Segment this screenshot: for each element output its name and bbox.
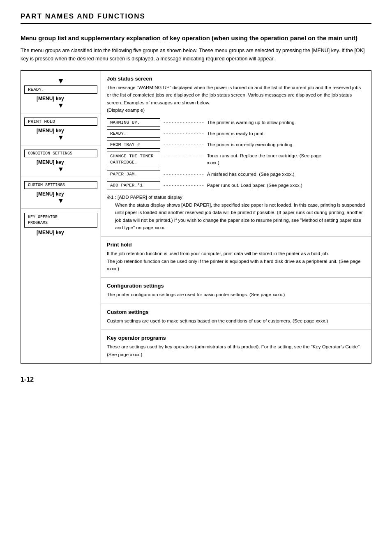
status-example-warming: WARMING UP. - - - - - - - - - - - - - - … [107, 118, 365, 127]
status-example-paper: ADD PAPER.*1 - - - - - - - - - - - - - -… [107, 181, 365, 189]
page-header: PART NAMES AND FUNCTIONS [21, 12, 371, 24]
status-box-paper: ADD PAPER.*1 [107, 181, 160, 189]
arrow-icon: ▼ [57, 77, 65, 85]
display-key-operator: KEY OPERATORPROGRAMS [24, 213, 97, 228]
print-hold-title: Print hold [107, 242, 365, 248]
right-row-job-status: Job status screen The message "WARMING U… [101, 71, 371, 237]
left-row-condition: CONDITION SETTINGS [MENU] key ▼ [21, 145, 101, 177]
dash-ready: - - - - - - - - - - - - - - - [164, 129, 204, 136]
status-desc-ready: The printer is ready to print. [207, 129, 265, 137]
left-row-print-hold: PRINT HOLD [MENU] key ▼ [21, 113, 101, 145]
page-number: 1-12 [21, 376, 371, 383]
dash-toner: - - - - - - - - - - - - - - - [164, 152, 204, 158]
arrow-down-1: ▼ [24, 102, 97, 109]
menu-key-5: [MENU] key [37, 230, 97, 235]
right-row-custom: Custom settings Custom settings are used… [101, 304, 371, 330]
status-example-tray: FROM TRAY # - - - - - - - - - - - - - - … [107, 140, 365, 149]
status-box-warming: WARMING UP. [107, 118, 160, 127]
left-panel: ▼ READY. [MENU] key ▼ PRINT HOLD [MENU] … [21, 70, 101, 364]
key-operator-text: These are settings used by key operators… [107, 343, 365, 358]
custom-text: Custom settings are used to make setting… [107, 317, 365, 325]
right-row-key-operator: Key operator programs These are settings… [101, 330, 371, 363]
print-hold-text: If the job retention function is used fr… [107, 250, 365, 272]
status-desc-warming: The printer is warming up to allow print… [207, 118, 296, 126]
display-ready: READY. [24, 85, 97, 94]
menu-key-4: [MENU] key [37, 191, 97, 197]
custom-title: Custom settings [107, 309, 365, 315]
dash-tray: - - - - - - - - - - - - - - - [164, 140, 204, 147]
left-row-ready: ▼ READY. [MENU] key ▼ [21, 71, 101, 113]
menu-key-1: [MENU] key [37, 96, 97, 101]
dash-paper: - - - - - - - - - - - - - - - [164, 181, 204, 187]
job-status-title: Job status screen [107, 76, 365, 82]
display-custom: CUSTOM SETTINGS [24, 181, 97, 189]
status-desc-jam: A misfeed has occurred. (See page xxxx.) [207, 170, 295, 178]
right-row-print-hold: Print hold If the job retention function… [101, 237, 371, 278]
config-title: Configuration settings [107, 283, 365, 289]
status-example-ready: READY. - - - - - - - - - - - - - - - The… [107, 129, 365, 138]
left-row-custom: CUSTOM SETTINGS [MENU] key ▼ [21, 177, 101, 209]
page-title: PART NAMES AND FUNCTIONS [21, 12, 371, 21]
status-box-tray: FROM TRAY # [107, 140, 160, 149]
display-condition: CONDITION SETTINGS [24, 150, 97, 157]
right-row-config: Configuration settings The printer confi… [101, 278, 371, 304]
note-add-paper: ※1 : [ADD PAPER] of status display When … [107, 193, 365, 231]
status-desc-tray: The printer is currently executing print… [207, 140, 294, 148]
status-example-jam: PAPER JAM. - - - - - - - - - - - - - - -… [107, 170, 365, 178]
status-desc-paper: Paper runs out. Load paper. (See page xx… [207, 181, 302, 189]
intro-text: The menu groups are classified into the … [21, 46, 371, 63]
status-example-toner: CHANGE THE TONERCARTRIDGE. - - - - - - -… [107, 152, 365, 168]
menu-key-2: [MENU] key [37, 128, 97, 134]
key-operator-title: Key operator programs [107, 335, 365, 341]
dash-jam: - - - - - - - - - - - - - - - [164, 170, 204, 176]
status-examples: WARMING UP. - - - - - - - - - - - - - - … [107, 118, 365, 190]
status-desc-toner: Toner runs out. Replace the toner cartri… [207, 152, 322, 167]
section-title: Menu group list and supplementary explan… [21, 34, 371, 42]
main-diagram: ▼ READY. [MENU] key ▼ PRINT HOLD [MENU] … [21, 70, 371, 364]
arrow-down-4: ▼ [24, 198, 97, 204]
right-panel: Job status screen The message "WARMING U… [101, 70, 371, 364]
menu-key-3: [MENU] key [37, 159, 97, 165]
arrow-down-2: ▼ [24, 134, 97, 141]
display-print-hold: PRINT HOLD [24, 117, 97, 126]
config-text: The printer configuration settings are u… [107, 291, 365, 298]
dash-warming: - - - - - - - - - - - - - - - [164, 118, 204, 124]
status-box-toner: CHANGE THE TONERCARTRIDGE. [107, 152, 160, 168]
top-arrow: ▼ [24, 75, 97, 85]
status-box-jam: PAPER JAM. [107, 170, 160, 178]
left-row-key-operator: KEY OPERATORPROGRAMS [MENU] key [21, 209, 101, 239]
status-box-ready: READY. [107, 129, 160, 138]
arrow-down-3: ▼ [24, 166, 97, 173]
job-status-intro: The message "WARMING UP" displayed when … [107, 84, 365, 114]
